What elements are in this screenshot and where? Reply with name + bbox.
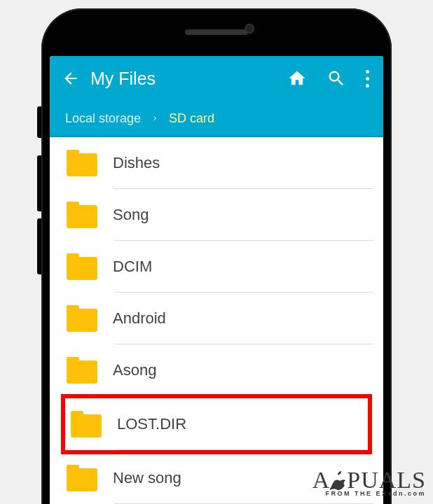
folder-label: Dishes — [113, 154, 160, 172]
app-bar: My Files — [50, 56, 383, 101]
folder-icon — [67, 357, 97, 384]
folder-label: Android — [113, 309, 166, 328]
breadcrumb-parent[interactable]: Local storage — [65, 111, 141, 126]
list-item[interactable]: Android — [50, 293, 383, 344]
search-icon — [327, 69, 346, 88]
list-item[interactable]: DCIM — [50, 241, 383, 293]
watermark-brand: APUALS — [312, 468, 426, 492]
breadcrumb: Local storage SD card — [50, 101, 383, 137]
screen: My Files Local storage SD card — [50, 56, 383, 504]
folder-icon — [67, 465, 97, 491]
app-bar-actions — [287, 69, 373, 88]
phone-volume-down-button — [37, 218, 41, 274]
watermark: APUALS FROM THE EXxdn.com — [312, 468, 426, 497]
watermark-subtitle: FROM THE EXxdn.com — [312, 491, 426, 497]
watermark-text: A — [312, 467, 331, 493]
overflow-icon — [366, 70, 369, 88]
folder-icon — [67, 150, 97, 176]
watermark-subtext: xdn.com — [387, 491, 426, 497]
home-icon — [287, 69, 307, 88]
arrow-back-icon — [62, 69, 80, 88]
phone-side-button — [37, 106, 41, 138]
list-item[interactable]: LOST.DIR — [65, 398, 368, 450]
list-item[interactable]: Song — [50, 189, 383, 241]
folder-icon — [67, 305, 97, 332]
home-button[interactable] — [287, 69, 307, 88]
phone-volume-up-button — [37, 155, 41, 211]
folder-icon — [71, 411, 102, 438]
folder-icon — [67, 202, 97, 228]
folder-label: Song — [113, 206, 149, 224]
folder-label: LOST.DIR — [117, 415, 186, 433]
phone-camera — [245, 24, 254, 34]
folder-label: Asong — [113, 361, 156, 379]
back-button[interactable] — [60, 69, 82, 88]
apple-icon — [330, 471, 347, 491]
overflow-menu-button[interactable] — [366, 70, 369, 88]
watermark-subtext: FROM THE EX — [325, 491, 387, 497]
phone-speaker — [185, 29, 248, 35]
folder-list[interactable]: Dishes Song DCIM Android Asong — [50, 137, 383, 504]
watermark-text: PUALS — [347, 467, 426, 493]
folder-icon — [67, 253, 97, 280]
chevron-right-icon — [151, 111, 159, 126]
divider — [118, 449, 368, 450]
folder-label: DCIM — [113, 258, 152, 276]
app-title: My Files — [90, 69, 287, 89]
phone-frame: My Files Local storage SD card — [41, 8, 392, 504]
search-button[interactable] — [327, 69, 346, 88]
breadcrumb-current[interactable]: SD card — [169, 111, 214, 126]
list-item[interactable]: Asong — [50, 344, 383, 396]
list-item[interactable]: Dishes — [50, 137, 383, 189]
highlight-annotation: LOST.DIR — [61, 394, 372, 454]
folder-label: New song — [113, 469, 181, 487]
